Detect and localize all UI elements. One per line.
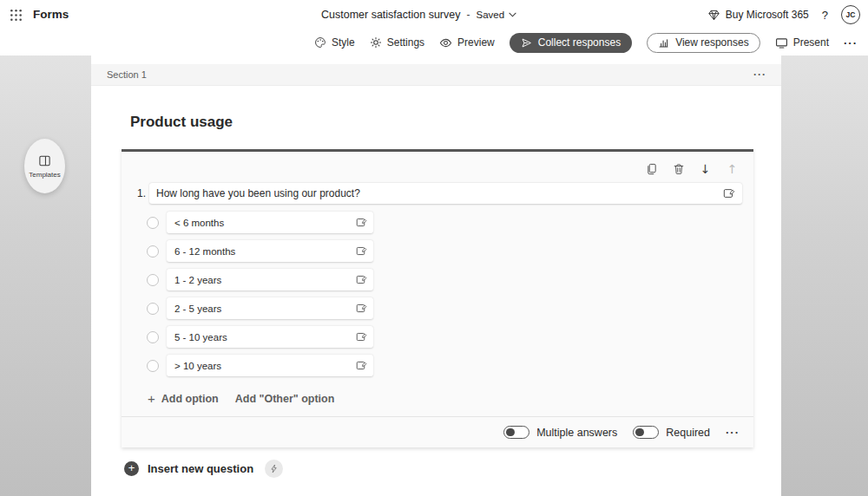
account-group: Buy Microsoft 365 ? JC <box>707 0 860 29</box>
option-radio[interactable] <box>147 331 159 343</box>
section-more-button[interactable]: ··· <box>753 69 766 81</box>
plus-icon: + <box>148 391 155 406</box>
option-row: > 10 years <box>147 355 373 376</box>
required-toggle[interactable] <box>633 426 659 439</box>
question-card: ↓ ↑ 1. How long have you been using our … <box>122 149 753 447</box>
option-row: 5 - 10 years <box>147 326 373 348</box>
insert-question-row: + Insert new question <box>124 460 283 478</box>
section-label: Section 1 <box>107 69 147 80</box>
present-label: Present <box>793 36 829 49</box>
insert-media-button[interactable] <box>356 245 367 257</box>
option-row: < 6 months <box>147 212 373 233</box>
question-row: 1. How long have you been using our prod… <box>137 183 742 204</box>
option-text: < 6 months <box>174 218 224 228</box>
option-text-field[interactable]: > 10 years <box>167 355 373 376</box>
insert-new-question-button[interactable]: Insert new question <box>148 462 253 475</box>
option-text-field[interactable]: 5 - 10 years <box>167 326 373 348</box>
eye-icon <box>439 36 452 49</box>
option-text: 5 - 10 years <box>174 332 227 343</box>
insert-media-button[interactable] <box>356 331 367 343</box>
insert-media-button[interactable] <box>356 360 367 371</box>
document-title-group: Customer satisfaction survey - Saved <box>321 0 516 29</box>
option-row: 2 - 5 years <box>147 297 373 319</box>
add-option-button[interactable]: + Add option <box>148 391 219 406</box>
app-header: Forms Customer satisfaction survey - Sav… <box>0 0 868 55</box>
add-other-option-button[interactable]: Add "Other" option <box>235 393 335 405</box>
insert-media-button[interactable] <box>723 187 735 199</box>
insert-media-button[interactable] <box>356 217 367 228</box>
multiple-answers-label: Multiple answers <box>536 427 617 439</box>
templates-label: Templates <box>29 171 60 179</box>
help-button[interactable]: ? <box>822 9 828 22</box>
question-text: How long have you been using our product… <box>156 187 360 199</box>
save-status-label: Saved <box>476 10 504 20</box>
insert-media-button[interactable] <box>356 274 367 285</box>
question-toolbar: ↓ ↑ <box>644 161 740 176</box>
preview-button[interactable]: Preview <box>439 36 495 49</box>
collect-responses-button[interactable]: Collect responses <box>510 33 632 53</box>
arrow-down-icon: ↓ <box>700 162 711 176</box>
document-title[interactable]: Customer satisfaction survey <box>321 9 460 21</box>
chevron-down-icon <box>509 12 516 17</box>
add-options-row: + Add option Add "Other" option <box>148 391 334 406</box>
diamond-icon <box>707 9 720 22</box>
style-button[interactable]: Style <box>314 36 355 49</box>
option-radio[interactable] <box>147 274 159 286</box>
present-button[interactable]: Present <box>775 36 829 49</box>
question-text-field[interactable]: How long have you been using our product… <box>149 183 742 204</box>
option-radio[interactable] <box>147 360 159 372</box>
settings-button[interactable]: Settings <box>370 36 424 49</box>
lightning-icon <box>269 463 279 474</box>
templates-layout-icon <box>38 154 51 167</box>
copy-question-button[interactable] <box>644 161 659 176</box>
add-option-label: Add option <box>161 393 219 405</box>
option-radio[interactable] <box>147 303 159 315</box>
toggle-knob <box>635 428 644 437</box>
question-more-button[interactable]: ··· <box>726 426 740 439</box>
app-launcher-icon[interactable] <box>10 9 23 22</box>
quick-suggest-button[interactable] <box>265 460 283 478</box>
move-question-down-button[interactable]: ↓ <box>698 161 713 176</box>
send-icon <box>521 37 532 49</box>
option-radio[interactable] <box>147 217 159 229</box>
add-question-plus-icon[interactable]: + <box>124 461 139 476</box>
toggle-knob <box>506 428 515 437</box>
option-text-field[interactable]: 2 - 5 years <box>167 297 373 319</box>
buy-microsoft-365-button[interactable]: Buy Microsoft 365 <box>707 9 809 22</box>
option-text-field[interactable]: 6 - 12 months <box>167 240 373 262</box>
question-number: 1. <box>137 187 149 199</box>
gear-icon <box>370 36 382 49</box>
toolbar-more-button[interactable]: ··· <box>844 36 858 49</box>
option-row: 1 - 2 years <box>147 269 373 290</box>
option-row: 6 - 12 months <box>147 240 373 262</box>
insert-media-button[interactable] <box>356 303 367 314</box>
option-text: 1 - 2 years <box>174 275 221 285</box>
avatar[interactable]: JC <box>841 5 860 24</box>
form-title[interactable]: Product usage <box>130 114 233 131</box>
title-separator: - <box>466 9 470 21</box>
view-responses-label: View responses <box>675 36 749 49</box>
option-text: 6 - 12 months <box>174 246 235 257</box>
templates-button[interactable]: Templates <box>24 139 65 193</box>
multiple-answers-toggle[interactable] <box>503 426 529 439</box>
collect-responses-label: Collect responses <box>538 36 621 49</box>
option-text: > 10 years <box>174 361 221 371</box>
settings-label: Settings <box>387 36 424 49</box>
buy-microsoft-365-label: Buy Microsoft 365 <box>726 9 809 21</box>
option-text: 2 - 5 years <box>174 303 221 314</box>
option-text-field[interactable]: < 6 months <box>167 212 373 233</box>
view-responses-button[interactable]: View responses <box>647 33 760 53</box>
monitor-icon <box>775 36 788 49</box>
form-toolbar: Style Settings Preview Collect responses… <box>0 29 868 55</box>
delete-question-button[interactable] <box>671 161 686 176</box>
option-text-field[interactable]: 1 - 2 years <box>167 269 373 290</box>
save-status-dropdown[interactable]: Saved <box>476 10 516 20</box>
arrow-up-icon: ↑ <box>727 162 738 176</box>
app-name[interactable]: Forms <box>33 8 69 21</box>
options-list: < 6 months 6 - 12 months 1 - <box>147 212 373 383</box>
option-radio[interactable] <box>147 245 159 258</box>
question-footer: Multiple answers Required ··· <box>122 416 753 447</box>
move-question-up-button[interactable]: ↑ <box>725 161 740 176</box>
header-row-top: Forms Customer satisfaction survey - Sav… <box>0 0 868 29</box>
bar-chart-icon <box>658 37 669 49</box>
